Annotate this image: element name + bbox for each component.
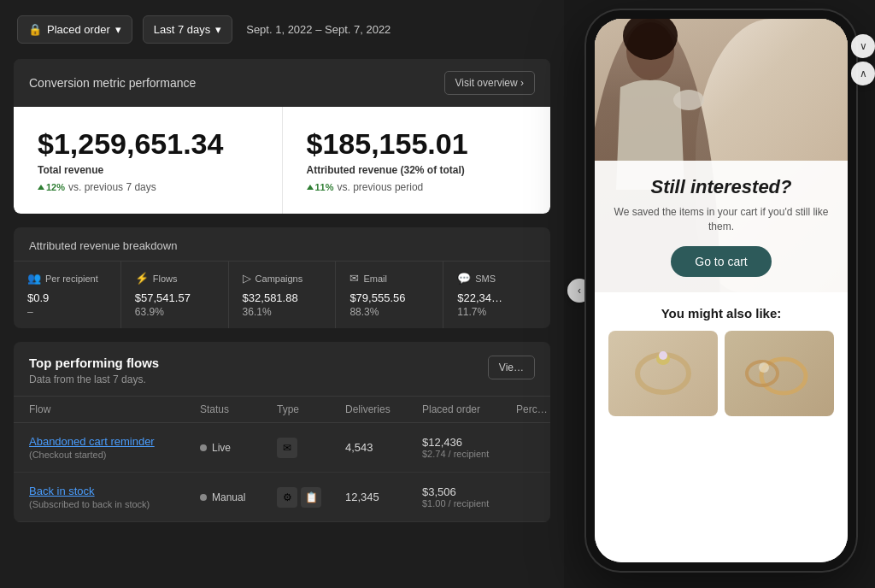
flow-type-email: ✉ xyxy=(277,438,345,458)
phone-screen: Still interested? We saved the items in … xyxy=(595,19,848,562)
placed-order-dropdown[interactable]: 🔒 Placed order ▾ xyxy=(17,15,132,44)
doc-type-icon: 📋 xyxy=(301,487,321,508)
flows-pct: 63.9% xyxy=(135,306,214,318)
flows-icon: ⚡ xyxy=(135,272,149,285)
phone-container: ‹ ∨ ∧ xyxy=(584,9,858,573)
total-revenue-value: $1,259,651.34 xyxy=(38,127,258,161)
breakdown-header: Attributed revenue breakdown xyxy=(14,227,550,261)
campaigns-icon: ▷ xyxy=(243,272,251,285)
flow-name-cell: Abandoned cart reminder (Checkout starte… xyxy=(29,435,200,460)
breakdown-section: Attributed revenue breakdown 👥 Per recip… xyxy=(14,227,550,328)
flows-value: $57,541.57 xyxy=(135,291,214,304)
metrics-row: $1,259,651.34 Total revenue 12% vs. prev… xyxy=(14,107,550,214)
attributed-revenue-card: $185,155.01 Attributed revenue (32% of t… xyxy=(282,107,551,214)
header-placed-order: Placed order xyxy=(422,403,516,415)
campaigns-pct: 36.1% xyxy=(243,306,322,318)
chevron-down-icon: ▾ xyxy=(215,23,221,36)
svg-point-8 xyxy=(759,362,769,373)
ring-svg-1 xyxy=(629,344,697,403)
date-range-label: Last 7 days xyxy=(154,23,211,36)
flows-subtitle: Data from the last 7 days. xyxy=(29,373,159,385)
status-dot-live xyxy=(200,444,207,451)
chevron-down-icon: ▾ xyxy=(115,23,121,36)
flow-placed-order-2: $3,506 $1.00 / recipient xyxy=(422,485,516,509)
still-interested-title: Still interested? xyxy=(612,176,831,198)
header-type: Type xyxy=(277,403,345,415)
flow-deliveries-2: 12,345 xyxy=(345,491,422,503)
flows-title-group: Top performing flows Data from the last … xyxy=(29,356,159,385)
still-interested-subtitle: We saved the items in your cart if you'd… xyxy=(612,205,831,234)
sms-value: $22,34… xyxy=(457,291,537,304)
email-icon: ✉ xyxy=(349,272,359,285)
product-grid xyxy=(608,331,834,416)
col-header-email: ✉ Email xyxy=(349,272,429,285)
svg-point-2 xyxy=(673,90,704,110)
conversion-section: Conversion metric performance Visit over… xyxy=(14,59,550,214)
flow-name-back-in-stock[interactable]: Back in stock xyxy=(29,485,200,497)
flow-status-manual: Manual xyxy=(200,491,277,503)
dashboard-panel: 🔒 Placed order ▾ Last 7 days ▾ Sept. 1, … xyxy=(0,0,564,588)
per-recipient-icon: 👥 xyxy=(27,272,41,285)
date-range-dropdown[interactable]: Last 7 days ▾ xyxy=(143,15,233,44)
sms-icon: 💬 xyxy=(457,272,471,285)
attributed-revenue-label: Attributed revenue (32% of total) xyxy=(307,164,527,176)
total-revenue-change: 12% vs. previous 7 days xyxy=(38,181,258,193)
attributed-revenue-badge: 11% xyxy=(307,182,334,192)
sms-pct: 11.7% xyxy=(457,306,537,318)
arrow-up-icon xyxy=(38,185,44,190)
svg-point-5 xyxy=(659,351,667,360)
flow-deliveries-1: 4,543 xyxy=(345,441,422,454)
breakdown-col-campaigns: ▷ Campaigns $32,581.88 36.1% xyxy=(229,262,337,328)
flow-status-live: Live xyxy=(200,442,277,454)
header-deliveries: Deliveries xyxy=(345,403,422,415)
breakdown-cols: 👥 Per recipient $0.9 – ⚡ Flows $57,541.5… xyxy=(14,261,550,328)
header-percent: Perc… xyxy=(516,403,550,415)
email-value: $79,555.56 xyxy=(349,291,429,304)
col-header-campaigns: ▷ Campaigns xyxy=(243,272,322,285)
phone-nav-right: ∨ ∧ xyxy=(851,34,875,85)
goto-cart-button[interactable]: Go to cart xyxy=(671,246,771,277)
still-interested-overlay: Still interested? We saved the items in … xyxy=(595,161,848,292)
email-type-icon: ✉ xyxy=(277,438,297,458)
conversion-title: Conversion metric performance xyxy=(29,76,196,90)
flow-type-multi: ⚙ 📋 xyxy=(277,487,345,508)
main-container: 🔒 Placed order ▾ Last 7 days ▾ Sept. 1, … xyxy=(0,0,875,588)
flow-name-cell: Back in stock (Subscribed to back in sto… xyxy=(29,485,200,509)
header-status: Status xyxy=(200,403,277,415)
flows-title: Top performing flows xyxy=(29,356,159,370)
breakdown-col-email: ✉ Email $79,555.56 88.3% xyxy=(336,262,443,328)
breakdown-col-sms: 💬 SMS $22,34… 11.7% xyxy=(443,262,550,328)
conversion-header: Conversion metric performance Visit over… xyxy=(14,59,550,107)
phone-bottom-section: You might also like: xyxy=(595,292,848,562)
flows-table: Flow Status Type Deliveries Placed order… xyxy=(14,396,550,522)
top-bar: 🔒 Placed order ▾ Last 7 days ▾ Sept. 1, … xyxy=(0,0,564,59)
campaigns-value: $32,581.88 xyxy=(243,291,322,304)
col-header-flows: ⚡ Flows xyxy=(135,272,214,285)
flows-section: Top performing flows Data from the last … xyxy=(14,342,550,522)
gear-type-icon: ⚙ xyxy=(277,487,297,508)
total-revenue-label: Total revenue xyxy=(38,164,258,176)
col-header-sms: 💬 SMS xyxy=(457,272,537,285)
arrow-up-icon xyxy=(307,185,314,190)
attributed-revenue-value: $185,155.01 xyxy=(307,127,527,161)
phone-hero: Still interested? We saved the items in … xyxy=(595,19,848,292)
col-header-per-recipient: 👥 Per recipient xyxy=(27,272,107,285)
phone-nav-up[interactable]: ∧ xyxy=(851,62,875,85)
status-dot-manual xyxy=(200,494,207,501)
table-header: Flow Status Type Deliveries Placed order… xyxy=(14,396,550,423)
flow-trigger-abandoned-cart: (Checkout started) xyxy=(29,450,200,460)
product-thumb-1[interactable] xyxy=(608,331,718,416)
visit-overview-button[interactable]: Visit overview › xyxy=(444,71,535,95)
ring-svg-2 xyxy=(745,344,813,403)
flow-placed-order-1: $12,436 $2.74 / recipient xyxy=(422,436,516,459)
attributed-revenue-change: 11% vs. previous period xyxy=(307,181,527,193)
email-pct: 88.3% xyxy=(349,306,429,318)
flow-name-abandoned-cart[interactable]: Abandoned cart reminder xyxy=(29,435,200,448)
product-thumb-2[interactable] xyxy=(725,331,834,416)
total-revenue-card: $1,259,651.34 Total revenue 12% vs. prev… xyxy=(14,107,282,214)
table-row: Back in stock (Subscribed to back in sto… xyxy=(14,473,550,522)
view-flows-button[interactable]: Vie… xyxy=(488,356,535,379)
total-revenue-badge: 12% xyxy=(38,182,65,192)
placed-order-label: Placed order xyxy=(47,23,110,36)
phone-nav-down[interactable]: ∨ xyxy=(851,34,875,58)
